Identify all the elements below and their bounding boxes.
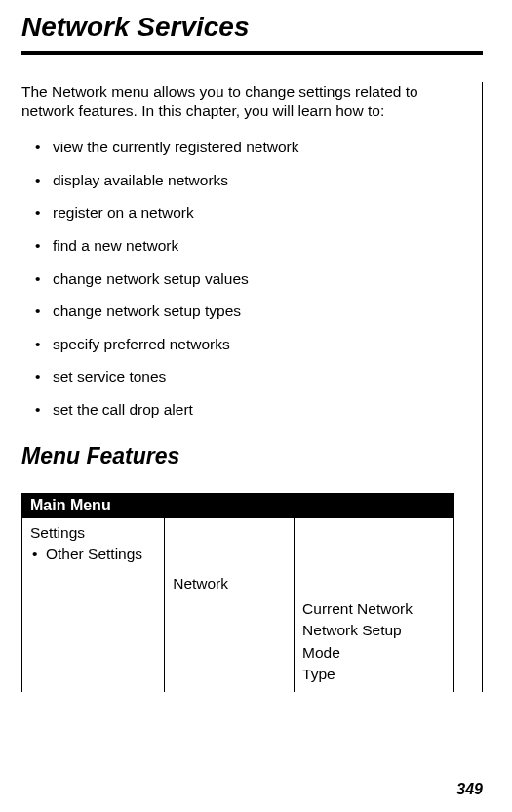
list-item: change network setup types [35, 303, 454, 321]
list-item: display available networks [35, 172, 454, 190]
table-cell-col1: Settings Other Settings [22, 518, 165, 692]
list-item: set the call drop alert [35, 401, 454, 420]
network-label: Network [173, 573, 286, 594]
list-item: find a new network [35, 237, 454, 256]
page-number: 349 [456, 781, 483, 798]
list-item: specify preferred networks [35, 336, 454, 354]
other-settings-label: Other Settings [30, 544, 156, 565]
menu-item: Current Network [302, 598, 446, 620]
content-area: The Network menu allows you to change se… [21, 82, 483, 692]
bullet-list: view the currently registered network di… [21, 139, 454, 419]
menu-table: Main Menu Settings Other Settings Networ… [21, 493, 454, 692]
settings-label: Settings [30, 522, 156, 544]
page-title: Network Services [21, 12, 483, 43]
title-rule [21, 51, 483, 55]
list-item: set service tones [35, 368, 454, 386]
intro-text: The Network menu allows you to change se… [21, 82, 454, 121]
section-heading: Menu Features [21, 443, 454, 469]
table-cell-col2: Network [165, 518, 295, 692]
menu-item: Type [302, 664, 446, 685]
list-item: change network setup values [35, 270, 454, 289]
menu-item: Mode [302, 642, 446, 664]
list-item: view the currently registered network [35, 139, 454, 157]
table-cell-col3: Current Network Network Setup Mode Type [295, 518, 454, 692]
menu-item: Network Setup [302, 620, 446, 641]
list-item: register on a network [35, 204, 454, 223]
table-header: Main Menu [22, 493, 454, 518]
